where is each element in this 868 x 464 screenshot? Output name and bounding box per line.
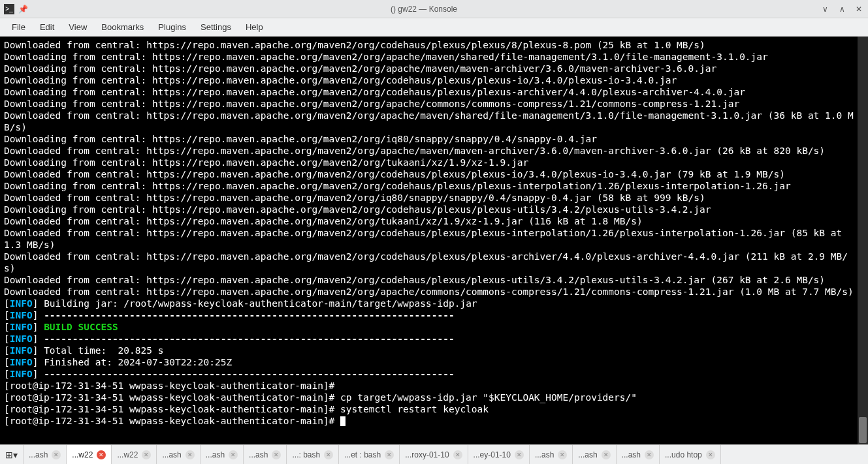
tab-label: ...roxy-01-10 xyxy=(405,450,449,459)
tab-7[interactable]: ...et : bash✕ xyxy=(339,445,400,464)
close-icon[interactable]: ✕ xyxy=(52,450,61,459)
app-icon: >_ xyxy=(4,4,14,14)
tab-2[interactable]: ...w22✕ xyxy=(112,445,157,464)
tab-3[interactable]: ...ash✕ xyxy=(157,445,200,464)
close-icon[interactable]: ✕ xyxy=(385,450,394,459)
menu-settings[interactable]: Settings xyxy=(194,20,238,35)
close-icon[interactable]: ✕ xyxy=(706,450,715,459)
tab-label: ...ash xyxy=(622,450,641,459)
terminal-area: Downloaded from central: https://repo.ma… xyxy=(0,37,868,444)
tab-8[interactable]: ...roxy-01-10✕ xyxy=(400,445,468,464)
tab-6[interactable]: ...: bash✕ xyxy=(287,445,339,464)
close-icon[interactable]: ✕ xyxy=(558,450,567,459)
tab-label: ...w22 xyxy=(72,450,93,459)
close-icon[interactable]: ✕ xyxy=(602,450,611,459)
scrollbar[interactable] xyxy=(858,37,868,444)
tab-label: ...: bash xyxy=(292,450,320,459)
close-button[interactable]: ✕ xyxy=(854,4,864,14)
close-icon[interactable]: ✕ xyxy=(645,450,654,459)
close-icon[interactable]: ✕ xyxy=(97,450,106,459)
tab-label: ...ash xyxy=(162,450,181,459)
tab-4[interactable]: ...ash✕ xyxy=(201,445,244,464)
new-tab-button[interactable]: ⊞▾ xyxy=(0,445,24,464)
tab-5[interactable]: ...ash✕ xyxy=(244,445,287,464)
close-icon[interactable]: ✕ xyxy=(453,450,462,459)
menu-bookmarks[interactable]: Bookmarks xyxy=(95,20,150,35)
close-icon[interactable]: ✕ xyxy=(324,450,333,459)
tab-label: ...ash xyxy=(578,450,597,459)
tab-1[interactable]: ...w22✕ xyxy=(67,445,112,464)
menu-edit[interactable]: Edit xyxy=(33,20,61,35)
tab-label: ...ash xyxy=(249,450,268,459)
window-title: () gw22 — Konsole xyxy=(28,5,820,14)
tab-label: ...w22 xyxy=(117,450,138,459)
tab-10[interactable]: ...ash✕ xyxy=(530,445,573,464)
menu-view[interactable]: View xyxy=(62,20,93,35)
menu-help[interactable]: Help xyxy=(239,20,270,35)
tab-label: ...ash xyxy=(206,450,225,459)
scrollbar-thumb[interactable] xyxy=(859,417,867,443)
tab-label: ...udo htop xyxy=(665,450,702,459)
minimize-button[interactable]: ∨ xyxy=(820,4,830,14)
maximize-button[interactable]: ∧ xyxy=(837,4,847,14)
close-icon[interactable]: ✕ xyxy=(515,450,524,459)
tab-11[interactable]: ...ash✕ xyxy=(573,445,616,464)
close-icon[interactable]: ✕ xyxy=(185,450,195,459)
tab-13[interactable]: ...udo htop✕ xyxy=(660,445,721,464)
tab-0[interactable]: ...ash✕ xyxy=(24,445,67,464)
titlebar: >_ 📌 () gw22 — Konsole ∨ ∧ ✕ xyxy=(0,0,868,18)
tab-9[interactable]: ...ey-01-10✕ xyxy=(468,445,530,464)
pin-icon[interactable]: 📌 xyxy=(18,5,28,14)
terminal[interactable]: Downloaded from central: https://repo.ma… xyxy=(0,37,858,444)
menu-plugins[interactable]: Plugins xyxy=(152,20,193,35)
tab-12[interactable]: ...ash✕ xyxy=(617,445,660,464)
close-icon[interactable]: ✕ xyxy=(142,450,151,459)
tab-label: ...ey-01-10 xyxy=(474,450,511,459)
close-icon[interactable]: ✕ xyxy=(229,450,238,459)
menu-file[interactable]: File xyxy=(5,20,32,35)
close-icon[interactable]: ✕ xyxy=(272,450,281,459)
tab-label: ...et : bash xyxy=(344,450,381,459)
tab-label: ...ash xyxy=(535,450,554,459)
tabbar: ⊞▾ ...ash✕...w22✕...w22✕...ash✕...ash✕..… xyxy=(0,444,868,464)
tab-label: ...ash xyxy=(29,450,48,459)
menubar: File Edit View Bookmarks Plugins Setting… xyxy=(0,18,868,37)
